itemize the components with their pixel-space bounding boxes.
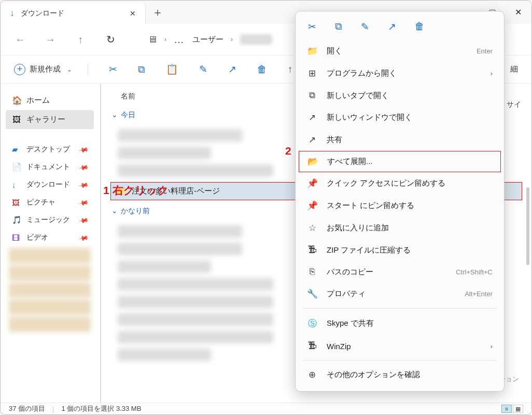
ctx-copy-path[interactable]: ⎘パスのコピーCtrl+Shift+C (296, 261, 504, 283)
pin-icon: 📌 (78, 144, 89, 155)
ctx-winzip[interactable]: 🗜WinZip› (296, 335, 504, 357)
ctx-pin-quick[interactable]: 📌クイック アクセスにピン留めする (296, 172, 504, 195)
view-icons-button[interactable]: ▦ (513, 405, 523, 413)
path-icon: ⎘ (307, 267, 317, 277)
zip-icon: 🗜 (307, 245, 317, 255)
ctx-pin-start[interactable]: 📌スタート にピン留めする (296, 195, 504, 217)
star-icon: ☆ (307, 223, 317, 233)
rename-icon[interactable]: ✎ (361, 21, 369, 33)
ctx-new-tab[interactable]: ⧉新しいタブで開く (296, 85, 504, 106)
sidebar-redacted (9, 282, 91, 298)
file-redacted (118, 129, 242, 142)
file-redacted (118, 147, 211, 159)
status-item-count: 37 個の項目 (9, 404, 45, 413)
separator (303, 360, 497, 361)
chevron-right-icon: › (491, 70, 493, 77)
file-redacted (118, 278, 273, 290)
sidebar-redacted (9, 265, 91, 281)
ctx-skype[interactable]: ⓈSkype で共有 (296, 312, 504, 335)
paste-icon: 📋 (166, 63, 178, 75)
back-button[interactable]: ← (15, 34, 25, 46)
tab-downloads[interactable]: ↓ ダウンロード ✕ (1, 3, 146, 24)
delete-icon[interactable]: 🗑 (415, 21, 425, 33)
folder-icon: 📁 (307, 46, 317, 57)
annotation-1: 1 右クリック (103, 183, 169, 198)
sidebar-redacted (9, 299, 91, 315)
this-pc-icon[interactable]: 🖥 (148, 34, 157, 45)
share-icon[interactable]: ↗ (388, 21, 396, 33)
pin-icon: 📌 (78, 232, 89, 243)
rename-icon[interactable]: ✎ (199, 63, 207, 75)
share-icon[interactable]: ↗ (228, 63, 236, 75)
copy-icon[interactable]: ⧉ (335, 21, 342, 33)
music-icon: 🎵 (12, 215, 21, 225)
app-icon: ⊞ (307, 68, 317, 79)
pin-icon: 📌 (307, 178, 317, 189)
ctx-extract-all[interactable]: 📂すべて展開... (299, 151, 501, 172)
ctx-open-with[interactable]: ⊞プログラムから開く› (296, 62, 504, 85)
close-tab-icon[interactable]: ✕ (130, 9, 136, 18)
home-icon: 🏠 (12, 95, 21, 105)
file-redacted (118, 260, 211, 273)
extract-icon: 📂 (307, 156, 318, 167)
file-redacted (118, 225, 242, 238)
chevron-right-icon: › (491, 342, 493, 350)
sidebar-music[interactable]: 🎵ミュージック📌 (6, 211, 94, 229)
sidebar-gallery[interactable]: 🖼ギャラリー (6, 110, 94, 129)
pin-icon: 📌 (78, 197, 89, 208)
column-header-size[interactable]: サイ (507, 100, 521, 109)
download-icon: ↓ (12, 181, 21, 189)
status-selection: 1 個の項目を選択 3.33 MB (61, 404, 141, 413)
sidebar-redacted (9, 316, 91, 332)
chevron-down-icon: ⌄ (67, 66, 72, 73)
sidebar-pictures[interactable]: 🖼ピクチャ📌 (6, 193, 94, 211)
new-tab-button[interactable]: ＋ (146, 1, 169, 24)
sidebar-desktop[interactable]: ▰デスクトップ📌 (6, 141, 94, 158)
view-details-button[interactable]: ≡ (501, 405, 512, 413)
details-label: 細 (510, 64, 518, 74)
tab-icon: ⧉ (307, 90, 317, 101)
ctx-favorite[interactable]: ☆お気に入りに追加 (296, 217, 504, 239)
scrollbar-thumb[interactable] (526, 187, 529, 265)
file-redacted (118, 313, 273, 326)
forward-button[interactable]: → (45, 34, 55, 46)
refresh-button[interactable]: ↻ (105, 33, 116, 46)
window-close-button[interactable]: ✕ (505, 1, 531, 24)
sidebar-documents[interactable]: 📄ドキュメント📌 (6, 158, 94, 176)
cut-icon[interactable]: ✂ (109, 63, 117, 75)
ctx-more-options[interactable]: ⊕その他のオプションを確認 (296, 364, 504, 386)
breadcrumb[interactable]: 🖥 › … ユーザー › (148, 34, 272, 46)
context-quick-actions: ✂ ⧉ ✎ ↗ 🗑 (296, 17, 504, 40)
breadcrumb-user[interactable]: ユーザー (192, 35, 223, 45)
plus-icon: + (14, 64, 25, 75)
file-redacted (118, 243, 242, 255)
ctx-share[interactable]: ↗共有 (296, 129, 504, 151)
download-icon: ↓ (10, 8, 15, 19)
ctx-new-window[interactable]: ↗新しいウィンドウで開く (296, 106, 504, 129)
ctx-zip[interactable]: 🗜ZIP ファイルに圧縮する (296, 239, 504, 261)
up-button[interactable]: ↑ (75, 34, 86, 46)
pin-icon: 📌 (78, 179, 89, 190)
skype-icon: Ⓢ (307, 317, 317, 329)
file-redacted (118, 296, 273, 308)
sidebar-home[interactable]: 🏠ホーム (6, 91, 94, 110)
document-icon: 📄 (12, 162, 21, 172)
sort-icon[interactable]: ↑ (288, 64, 293, 75)
sidebar-downloads[interactable]: ↓ダウンロード📌 (6, 176, 94, 193)
winzip-icon: 🗜 (307, 341, 317, 351)
tab-title: ダウンロード (21, 9, 123, 18)
context-menu: ✂ ⧉ ✎ ↗ 🗑 📁開くEnter ⊞プログラムから開く› ⧉新しいタブで開く… (295, 11, 505, 392)
ctx-properties[interactable]: 🔧プロパティAlt+Enter (296, 283, 504, 305)
sidebar-redacted (9, 248, 91, 264)
copy-icon[interactable]: ⧉ (138, 64, 145, 75)
sidebar-videos[interactable]: 🎞ビデオ📌 (6, 229, 94, 246)
desktop-icon: ▰ (12, 145, 21, 154)
cut-icon[interactable]: ✂ (308, 21, 316, 33)
chevron-icon: › (164, 36, 166, 43)
breadcrumb-overflow[interactable]: … (174, 34, 185, 46)
ctx-open[interactable]: 📁開くEnter (296, 40, 504, 62)
delete-icon[interactable]: 🗑 (257, 64, 267, 75)
new-button[interactable]: + 新規作成 ⌄ (14, 64, 88, 75)
picture-icon: 🖼 (12, 198, 21, 207)
breadcrumb-redacted (240, 34, 272, 45)
